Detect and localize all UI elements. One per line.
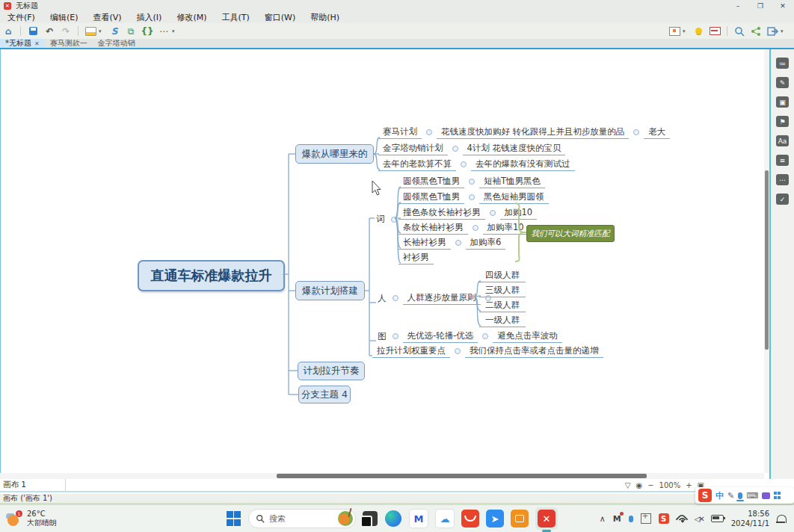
topic[interactable]: 去年的老款算不算 xyxy=(378,158,456,171)
task-view-icon[interactable] xyxy=(363,511,378,526)
collapse-joint-icon[interactable] xyxy=(393,333,398,339)
collapse-joint-icon[interactable] xyxy=(469,179,475,185)
collapse-joint-icon[interactable] xyxy=(490,210,496,216)
menu-tools[interactable]: 工具(T) xyxy=(214,11,256,23)
vertical-scrollbar-thumb[interactable] xyxy=(765,170,769,350)
topic-style-caret-icon[interactable]: ▾ xyxy=(99,28,106,34)
topic[interactable]: 先优选-轮播-优选 xyxy=(403,330,478,343)
central-topic[interactable]: 直通车标准爆款拉升 xyxy=(138,260,285,291)
zoom-in-button[interactable]: + xyxy=(686,481,692,489)
relationship-icon[interactable]: S xyxy=(107,25,122,37)
boundary-icon[interactable]: {} xyxy=(140,25,155,37)
summary-callout[interactable]: 我们可以大词精准匹配 xyxy=(526,225,615,242)
collapse-joint-icon[interactable] xyxy=(482,333,488,339)
canvas-tab[interactable]: 画布 1 xyxy=(0,479,66,491)
collapse-joint-icon[interactable] xyxy=(391,217,397,223)
topic[interactable]: 衬衫男 xyxy=(398,251,434,265)
topic[interactable]: 加购率6 xyxy=(466,236,506,250)
pointer-app-icon[interactable]: ➤ xyxy=(486,510,504,528)
task-icon[interactable]: ✓ xyxy=(776,194,789,205)
minimize-button[interactable]: – xyxy=(727,0,749,11)
topic[interactable]: 老大 xyxy=(644,126,670,139)
start-button[interactable] xyxy=(227,511,241,526)
topic[interactable]: 人群逐步放量原则 xyxy=(403,291,481,305)
taskbar-search[interactable]: 搜索 xyxy=(248,509,356,528)
tray-tool-icon[interactable] xyxy=(641,513,651,524)
topic-level-1[interactable]: 一级人群 xyxy=(479,314,526,327)
presentation-caret-icon[interactable]: ▾ xyxy=(683,28,690,34)
topic[interactable]: 去年的爆款有没有测试过 xyxy=(471,158,575,171)
ime-pen-icon[interactable]: ✎ xyxy=(727,491,734,501)
topic-plan-build[interactable]: 爆款计划搭建 xyxy=(295,281,365,300)
more-tools-caret-icon[interactable]: ▾ xyxy=(172,28,179,34)
export-caret-icon[interactable]: ▾ xyxy=(781,28,788,34)
idea-bulb-icon[interactable] xyxy=(691,25,706,37)
horizontal-scrollbar-thumb[interactable] xyxy=(277,474,647,478)
vertical-scrollbar[interactable] xyxy=(764,49,769,473)
topic-level-4[interactable]: 四级人群 xyxy=(479,269,526,282)
ime-skin-icon[interactable] xyxy=(762,492,770,499)
topic-picture[interactable]: 图 xyxy=(376,330,388,343)
topic[interactable]: 花钱速度快加购好 转化跟得上并且初步放量的品 xyxy=(437,126,629,139)
weather-widget[interactable]: 1 26°C 大部晴朗 xyxy=(0,510,118,528)
collapse-joint-icon[interactable] xyxy=(469,194,475,200)
menu-modify[interactable]: 修改(M) xyxy=(169,11,214,23)
tab-saima-cekuan[interactable]: 赛马测款一 xyxy=(45,39,93,48)
menu-insert[interactable]: 插入(I) xyxy=(129,11,170,23)
mindmap-app-active-icon[interactable]: ✕ xyxy=(535,507,558,530)
topic-style-icon[interactable] xyxy=(83,25,98,37)
collapse-joint-icon[interactable] xyxy=(426,129,432,135)
topic[interactable]: 加购率10 xyxy=(483,221,529,235)
topic-word[interactable]: 词 xyxy=(375,213,387,226)
menu-edit[interactable]: 编辑(E) xyxy=(43,11,86,23)
zoom-out-button[interactable]: − xyxy=(647,481,653,489)
horizontal-scrollbar[interactable] xyxy=(0,473,764,479)
tab-jinzita-dongxiao[interactable]: 金字塔动销 xyxy=(93,39,141,48)
redo-icon[interactable]: ↷ xyxy=(58,25,73,37)
close-button[interactable]: ✕ xyxy=(772,0,794,11)
menu-help[interactable]: 帮助(H) xyxy=(303,11,347,23)
tab-untitled[interactable]: *无标题 ✕ xyxy=(0,39,45,48)
topic[interactable]: 加购10 xyxy=(500,206,538,220)
menu-window[interactable]: 窗口(W) xyxy=(257,11,303,23)
topic[interactable]: 避免点击率波动 xyxy=(493,330,562,343)
style-brush-icon[interactable]: ✎ xyxy=(776,77,789,88)
camera-app-icon[interactable] xyxy=(511,510,529,528)
topic-where-from[interactable]: 爆款从哪里来的 xyxy=(295,144,374,164)
funnel-icon[interactable]: ▽ xyxy=(625,481,631,489)
topic[interactable]: 圆领黑色T恤男 xyxy=(398,175,464,188)
topic-people[interactable]: 人 xyxy=(376,292,388,305)
clock[interactable]: 18:56 2024/11/1 xyxy=(731,509,769,528)
red-app-icon[interactable] xyxy=(461,510,479,528)
topic-lift-rhythm[interactable]: 计划拉升节奏 xyxy=(298,362,365,380)
share-icon[interactable] xyxy=(748,25,763,37)
collapse-joint-icon[interactable] xyxy=(452,146,458,152)
note-icon[interactable]: ≡ xyxy=(776,155,789,166)
cloud-drive-icon[interactable]: ☁ xyxy=(435,509,455,528)
topic[interactable]: 我们保持点击率或者点击量的递增 xyxy=(465,344,603,358)
collapse-joint-icon[interactable] xyxy=(455,348,461,354)
undo-icon[interactable]: ↶ xyxy=(42,25,57,37)
presentation-icon[interactable] xyxy=(667,25,682,37)
save-icon[interactable] xyxy=(25,25,40,37)
tray-sogou-icon[interactable]: S xyxy=(659,513,669,524)
topic-level-3[interactable]: 三级人群 xyxy=(479,284,526,297)
home-icon[interactable]: ⌂ xyxy=(1,25,16,37)
ime-lang-icon[interactable]: 中 xyxy=(715,490,724,501)
collapse-joint-icon[interactable] xyxy=(455,240,461,246)
topic[interactable]: 长袖衬衫男 xyxy=(398,236,451,250)
font-icon[interactable]: Aa xyxy=(776,135,789,146)
tab-close-icon[interactable]: ✕ xyxy=(34,40,40,47)
collapse-joint-icon[interactable] xyxy=(473,225,478,231)
collapse-joint-icon[interactable] xyxy=(393,295,398,301)
eye-icon[interactable]: ◉ xyxy=(635,481,642,489)
menu-file[interactable]: 文件(F) xyxy=(0,11,43,23)
ime-keyboard-icon[interactable]: ⌨ xyxy=(746,491,758,501)
topic[interactable]: 短袖T恤男黑色 xyxy=(479,175,545,188)
sogou-logo-icon[interactable]: S xyxy=(698,489,712,502)
edge-icon[interactable] xyxy=(384,510,402,528)
search-icon[interactable] xyxy=(732,25,747,37)
topic[interactable]: 黑色短袖男圆领 xyxy=(479,191,549,204)
topic[interactable]: 拉升计划权重要点 xyxy=(372,344,450,358)
topic[interactable]: 4计划 花钱速度快的宝贝 xyxy=(463,142,566,155)
